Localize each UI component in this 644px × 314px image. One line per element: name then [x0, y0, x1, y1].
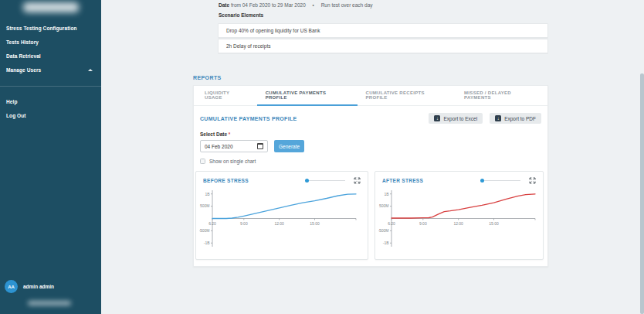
scenario-item-text: Drop 40% of opening liquidity for US Ban…: [226, 28, 320, 33]
tab-cumulative-payments-profile[interactable]: CUMULATIVE PAYMENTS PROFILE: [257, 86, 358, 106]
scenario-item-text: 2h Delay of receipts: [226, 43, 270, 49]
sidebar-item-help[interactable]: Help: [0, 94, 101, 108]
scenario-item[interactable]: 2h Delay of receipts: [218, 39, 548, 53]
sidebar-item-log-out[interactable]: Log Out: [0, 108, 101, 122]
scenario-item[interactable]: Drop 40% of opening liquidity for US Ban…: [218, 23, 548, 38]
chart-zoom-slider[interactable]: [305, 180, 345, 181]
svg-text:12:00: 12:00: [453, 221, 463, 226]
chart-title: BEFORE STRESS: [203, 178, 305, 183]
export-icon: ↓: [434, 115, 440, 121]
tab-missed-delayed-payments[interactable]: MISSED / DELAYED PAYMENTS: [456, 86, 547, 106]
sidebar-item-label: Stress Testing Configuration: [6, 26, 77, 31]
sidebar-nav: Stress Testing Configuration Tests Histo…: [0, 21, 101, 122]
slider-handle[interactable]: [305, 179, 309, 183]
export-excel-label: Export to Excel: [443, 116, 477, 121]
sidebar-footer-blurred-text: [28, 301, 71, 305]
section-title: CUMULATIVE PAYMENTS PROFILE: [200, 116, 297, 121]
user-block: AA admin admin: [5, 280, 54, 293]
chart-zoom-slider[interactable]: [480, 180, 520, 181]
sidebar-item-label: Tests History: [6, 39, 39, 45]
fullscreen-expand-icon[interactable]: [529, 177, 536, 184]
sidebar-item-label: Manage Users: [6, 67, 41, 73]
sidebar-item-label: Help: [6, 99, 18, 104]
generate-button[interactable]: Generate: [274, 140, 304, 152]
slider-handle[interactable]: [480, 179, 484, 183]
sidebar-item-data-retrieval[interactable]: Data Retrieval: [0, 49, 101, 63]
charts-row: BEFORE STRESS 1B500M-500M-1B6:209:0012:0…: [195, 171, 547, 260]
svg-text:15:00: 15:00: [310, 221, 320, 226]
fullscreen-expand-icon[interactable]: [354, 177, 361, 184]
date-range-text: from 04 Feb 2020 to 29 Mar 2020: [231, 2, 306, 8]
single-chart-option: Show on single chart: [200, 159, 547, 164]
separator-dot: •: [313, 2, 314, 8]
export-pdf-label: Export to PDF: [504, 116, 536, 121]
chart-header: BEFORE STRESS: [196, 172, 368, 184]
sidebar-item-tests-history[interactable]: Tests History: [0, 35, 101, 49]
select-date-label: Select Date *: [200, 131, 547, 137]
svg-text:-1B: -1B: [383, 241, 389, 245]
reports-panel: LIQUIDITY USAGE CUMULATIVE PAYMENTS PROF…: [193, 85, 548, 267]
avatar: AA: [5, 280, 18, 293]
date-label: Date: [219, 2, 229, 8]
date-controls-row: 04 Feb 2020 Generate: [200, 140, 547, 152]
chart-header: AFTER STRESS: [375, 172, 543, 184]
export-to-pdf-button[interactable]: ↓ Export to PDF: [490, 113, 541, 124]
export-buttons: ↓ Export to Excel ↓ Export to PDF: [429, 113, 541, 124]
svg-text:6:20: 6:20: [208, 221, 216, 226]
svg-text:1B: 1B: [384, 192, 389, 196]
sidebar-divider: [0, 86, 101, 87]
before-stress-chart-card: BEFORE STRESS 1B500M-500M-1B6:209:0012:0…: [195, 171, 368, 260]
run-test-text: Run test over each day: [321, 2, 373, 8]
svg-text:-1B: -1B: [204, 241, 210, 245]
scenario-elements-title: Scenario Elements: [219, 12, 263, 18]
reports-section-label: REPORTS: [193, 75, 222, 80]
after-stress-chart-card: AFTER STRESS 1B500M-500M-1B6:209:0012:00…: [375, 171, 544, 260]
date-range-line: Date from 04 Feb 2020 to 29 Mar 2020 • R…: [219, 2, 373, 8]
sidebar-item-manage-users[interactable]: Manage Users: [0, 63, 101, 77]
date-input-value: 04 Feb 2020: [205, 144, 233, 149]
sidebar-item-label: Data Retrieval: [6, 53, 41, 59]
tab-cumulative-receipts-profile[interactable]: CUMULATIVE RECEIPTS PROFILE: [358, 86, 456, 106]
sidebar: Stress Testing Configuration Tests Histo…: [0, 0, 101, 314]
chart-title: AFTER STRESS: [382, 178, 480, 183]
sidebar-item-label: Log Out: [6, 113, 26, 118]
export-icon: ↓: [495, 115, 501, 121]
user-name: admin admin: [23, 284, 54, 289]
calendar-icon: [257, 143, 263, 149]
tab-liquidity-usage[interactable]: LIQUIDITY USAGE: [196, 86, 257, 106]
sidebar-item-stress-testing-configuration[interactable]: Stress Testing Configuration: [0, 21, 101, 35]
svg-text:500M: 500M: [379, 203, 389, 208]
required-asterisk: *: [229, 131, 231, 137]
svg-text:15:00: 15:00: [489, 221, 499, 226]
section-header-row: CUMULATIVE PAYMENTS PROFILE ↓ Export to …: [194, 106, 547, 124]
svg-text:9:00: 9:00: [240, 221, 248, 226]
date-input[interactable]: 04 Feb 2020: [200, 140, 268, 152]
svg-text:6:20: 6:20: [388, 221, 395, 226]
show-single-chart-checkbox[interactable]: [200, 159, 205, 164]
svg-text:1B: 1B: [205, 192, 210, 196]
after-stress-line-chart[interactable]: 1B500M-500M-1B6:209:0012:0015:00: [378, 186, 541, 252]
chevron-up-icon: [88, 69, 93, 71]
svg-text:500M: 500M: [200, 203, 210, 208]
export-to-excel-button[interactable]: ↓ Export to Excel: [429, 113, 483, 124]
reports-tabbar: LIQUIDITY USAGE CUMULATIVE PAYMENTS PROF…: [194, 86, 547, 106]
app-logo: [23, 2, 79, 12]
svg-text:-500M: -500M: [199, 228, 210, 233]
vertical-scrollbar[interactable]: [640, 73, 644, 314]
svg-text:9:00: 9:00: [419, 221, 427, 226]
scenario-elements-list: Drop 40% of opening liquidity for US Ban…: [218, 23, 548, 54]
before-stress-line-chart[interactable]: 1B500M-500M-1B6:209:0012:0015:00: [199, 186, 361, 252]
svg-text:-500M: -500M: [378, 228, 389, 233]
select-date-text: Select Date: [200, 131, 227, 137]
svg-text:12:00: 12:00: [274, 221, 284, 226]
checkbox-label: Show on single chart: [209, 159, 256, 164]
